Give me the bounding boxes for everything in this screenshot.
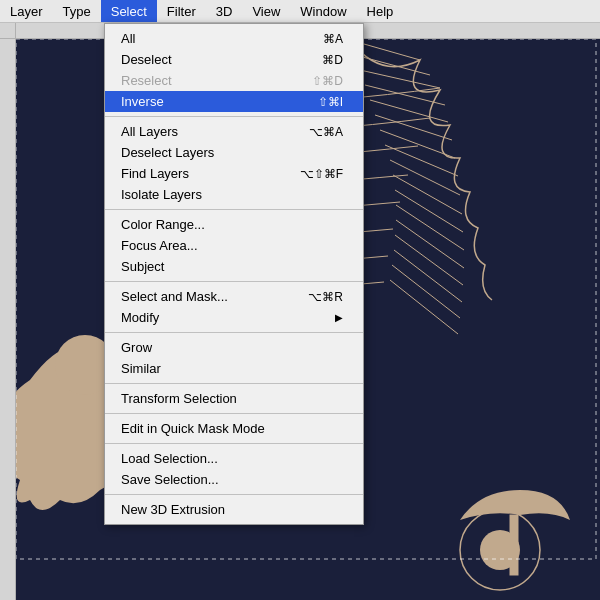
select-menu-dropdown: All ⌘A Deselect ⌘D Reselect ⇧⌘D Inverse … (104, 23, 364, 525)
menu-item-deselect-layers-label: Deselect Layers (121, 145, 214, 160)
menu-item-focus-area[interactable]: Focus Area... (105, 235, 363, 256)
menu-item-subject[interactable]: Subject (105, 256, 363, 277)
menu-item-transform-selection[interactable]: Transform Selection (105, 388, 363, 409)
menu-item-quick-mask[interactable]: Edit in Quick Mask Mode (105, 418, 363, 439)
menu-3d[interactable]: 3D (206, 0, 243, 22)
menu-item-select-mask[interactable]: Select and Mask... ⌥⌘R (105, 286, 363, 307)
menu-item-reselect-shortcut: ⇧⌘D (312, 74, 343, 88)
menu-item-color-range-label: Color Range... (121, 217, 205, 232)
menu-item-grow[interactable]: Grow (105, 337, 363, 358)
menu-item-color-range[interactable]: Color Range... (105, 214, 363, 235)
menu-item-inverse[interactable]: Inverse ⇧⌘I (105, 91, 363, 112)
menu-type[interactable]: Type (53, 0, 101, 22)
menu-item-reselect-label: Reselect (121, 73, 172, 88)
menu-item-all-layers-label: All Layers (121, 124, 178, 139)
menu-item-modify[interactable]: Modify ▶ (105, 307, 363, 328)
svg-rect-21 (510, 515, 518, 575)
menu-item-new-3d-extrusion-label: New 3D Extrusion (121, 502, 225, 517)
menu-item-inverse-shortcut: ⇧⌘I (318, 95, 343, 109)
separator-4 (105, 332, 363, 333)
menu-item-inverse-label: Inverse (121, 94, 164, 109)
menu-item-all-shortcut: ⌘A (323, 32, 343, 46)
menu-window[interactable]: Window (290, 0, 356, 22)
menu-item-find-layers[interactable]: Find Layers ⌥⇧⌘F (105, 163, 363, 184)
menu-layer[interactable]: Layer (0, 0, 53, 22)
menu-item-find-layers-label: Find Layers (121, 166, 189, 181)
menu-item-modify-label: Modify (121, 310, 159, 325)
menu-item-find-layers-shortcut: ⌥⇧⌘F (300, 167, 343, 181)
menu-item-save-selection[interactable]: Save Selection... (105, 469, 363, 490)
separator-6 (105, 413, 363, 414)
menu-item-similar[interactable]: Similar (105, 358, 363, 379)
separator-1 (105, 116, 363, 117)
menu-item-similar-label: Similar (121, 361, 161, 376)
menu-item-grow-label: Grow (121, 340, 152, 355)
menu-item-subject-label: Subject (121, 259, 164, 274)
menu-item-isolate-layers[interactable]: Isolate Layers (105, 184, 363, 205)
menu-item-all-label: All (121, 31, 135, 46)
menu-item-isolate-layers-label: Isolate Layers (121, 187, 202, 202)
menu-item-quick-mask-label: Edit in Quick Mask Mode (121, 421, 265, 436)
menu-item-all-layers[interactable]: All Layers ⌥⌘A (105, 121, 363, 142)
menu-item-deselect-layers[interactable]: Deselect Layers (105, 142, 363, 163)
menu-item-new-3d-extrusion[interactable]: New 3D Extrusion (105, 499, 363, 520)
menu-item-save-selection-label: Save Selection... (121, 472, 219, 487)
menu-item-deselect[interactable]: Deselect ⌘D (105, 49, 363, 70)
menu-item-deselect-shortcut: ⌘D (322, 53, 343, 67)
menu-item-select-mask-label: Select and Mask... (121, 289, 228, 304)
menu-view[interactable]: View (242, 0, 290, 22)
menu-item-focus-area-label: Focus Area... (121, 238, 198, 253)
ruler-vertical (0, 39, 16, 600)
menu-item-select-mask-shortcut: ⌥⌘R (308, 290, 343, 304)
menu-item-load-selection-label: Load Selection... (121, 451, 218, 466)
separator-7 (105, 443, 363, 444)
menu-item-load-selection[interactable]: Load Selection... (105, 448, 363, 469)
menu-select[interactable]: Select (101, 0, 157, 22)
separator-3 (105, 281, 363, 282)
separator-2 (105, 209, 363, 210)
menu-item-all[interactable]: All ⌘A (105, 28, 363, 49)
submenu-arrow-icon: ▶ (335, 312, 343, 323)
menu-item-deselect-label: Deselect (121, 52, 172, 67)
menu-item-all-layers-shortcut: ⌥⌘A (309, 125, 343, 139)
menubar: Layer Type Select Filter 3D View Window … (0, 0, 600, 23)
menu-filter[interactable]: Filter (157, 0, 206, 22)
separator-8 (105, 494, 363, 495)
menu-help[interactable]: Help (357, 0, 404, 22)
menu-item-transform-selection-label: Transform Selection (121, 391, 237, 406)
separator-5 (105, 383, 363, 384)
menu-item-reselect[interactable]: Reselect ⇧⌘D (105, 70, 363, 91)
